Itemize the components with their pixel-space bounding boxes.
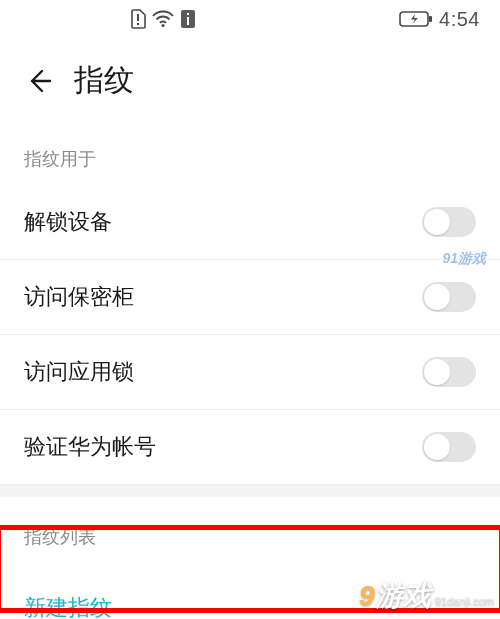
section-label-list: 指纹列表: [0, 497, 500, 563]
toggle-verify-huawei-id[interactable]: [422, 432, 476, 462]
status-bar: 4:54: [0, 0, 500, 38]
row-access-safe[interactable]: 访问保密柜: [0, 260, 500, 335]
status-left: [130, 9, 196, 29]
row-label: 验证华为帐号: [24, 432, 156, 462]
row-unlock-device[interactable]: 解锁设备: [0, 185, 500, 260]
row-new-fingerprint[interactable]: 新建指纹: [0, 563, 500, 619]
svg-rect-7: [429, 16, 432, 22]
svg-rect-5: [187, 17, 189, 25]
status-time: 4:54: [439, 8, 480, 31]
svg-point-2: [161, 24, 164, 27]
row-label: 访问保密柜: [24, 282, 134, 312]
svg-rect-1: [137, 23, 139, 25]
page-header: 指纹: [0, 38, 500, 119]
toggle-unlock-device[interactable]: [422, 207, 476, 237]
row-verify-huawei-id[interactable]: 验证华为帐号: [0, 410, 500, 485]
wifi-icon: [152, 10, 174, 28]
battery-charging-icon: [399, 11, 433, 27]
row-label: 访问应用锁: [24, 357, 134, 387]
page-title: 指纹: [74, 60, 134, 101]
info-card-icon: [180, 9, 196, 29]
toggle-access-applock[interactable]: [422, 357, 476, 387]
row-label: 解锁设备: [24, 207, 112, 237]
sim-alert-icon: [130, 9, 146, 29]
svg-rect-0: [137, 14, 139, 21]
section-label-uses: 指纹用于: [0, 119, 500, 185]
toggle-access-safe[interactable]: [422, 282, 476, 312]
new-fingerprint-label: 新建指纹: [24, 593, 476, 619]
section-divider: [0, 485, 500, 497]
row-access-applock[interactable]: 访问应用锁: [0, 335, 500, 410]
svg-rect-4: [187, 13, 189, 15]
back-button[interactable]: [24, 67, 52, 95]
arrow-left-icon: [25, 68, 51, 94]
status-right: 4:54: [399, 8, 480, 31]
